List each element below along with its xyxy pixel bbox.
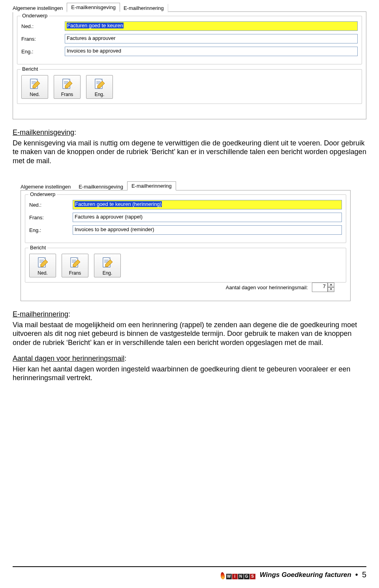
group-onderwerp: Onderwerp Ned.: Facturen goed te keuren … (25, 194, 346, 243)
input-onderwerp-eng[interactable]: Invoices to be approved (65, 47, 358, 56)
body-email-kennisgeving: De kennisgeving via mail is nuttig om de… (13, 139, 366, 166)
bericht-button-frans-label: Frans (69, 270, 81, 276)
heading-aantal-dagen: Aantal dagen voor herinneringsmail (13, 354, 124, 362)
tab-algemene-instellingen[interactable]: Algemene instellingen (17, 183, 75, 191)
bericht-button-ned[interactable]: Ned. (21, 75, 48, 99)
edit-document-icon (101, 256, 114, 269)
spin-up-icon[interactable]: ▲ (328, 283, 334, 287)
screenshot-email-kennisgeving: Algemene instellingen E-mailkennisgeving… (13, 2, 366, 119)
bericht-button-eng[interactable]: Eng. (86, 75, 113, 99)
screenshot-email-herinnering: Algemene instellingen E-mailkennisgeving… (21, 181, 351, 301)
heading-email-herinnering: E-mailherinnering (13, 310, 68, 318)
label-ned: Ned.: (21, 23, 65, 29)
group-title-bericht: Bericht (21, 66, 39, 72)
body-email-herinnering: Via mail bestaat de mogelijkheid om een … (13, 320, 366, 347)
tab-panel: Onderwerp Ned.: Facturen goed te keuren … (13, 11, 366, 119)
tab-panel: Onderwerp Ned.: Facturen goed te keuren … (21, 190, 351, 301)
paragraph-email-kennisgeving: E-mailkennisgeving: De kennisgeving via … (13, 128, 366, 165)
group-onderwerp: Onderwerp Ned.: Facturen goed te keuren … (17, 16, 362, 64)
tab-email-herinnering[interactable]: E-mailherinnering (120, 4, 168, 12)
edit-document-icon (68, 256, 82, 269)
input-onderwerp-frans[interactable]: Factures à approuver (65, 34, 358, 43)
input-onderwerp-ned[interactable]: Facturen goed te keuren (herinnering) (73, 200, 342, 209)
tab-email-herinnering[interactable]: E-mailherinnering (127, 181, 176, 190)
input-onderwerp-frans[interactable]: Factures à approuver (rappel) (73, 213, 342, 222)
bericht-button-ned-label: Ned. (38, 270, 47, 276)
group-title-onderwerp: Onderwerp (28, 191, 57, 197)
input-onderwerp-ned[interactable]: Facturen goed te keuren (65, 21, 358, 31)
footer-page-number: 5 (362, 570, 366, 579)
spin-down-icon[interactable]: ▼ (328, 287, 334, 292)
label-frans: Frans: (29, 215, 73, 220)
reminder-days-row: Aantal dagen voor herinneringsmail: 7 ▲ … (226, 283, 334, 292)
edit-document-icon (60, 77, 74, 90)
bericht-button-frans[interactable]: Frans (54, 75, 81, 99)
edit-document-icon (36, 256, 49, 269)
group-bericht: Bericht Ned. Frans (17, 69, 362, 104)
edit-document-icon (93, 77, 106, 90)
reminder-days-label: Aantal dagen voor herinneringsmail: (226, 285, 308, 290)
label-eng: Eng.: (21, 49, 65, 55)
heading-email-kennisgeving: E-mailkennisgeving (13, 128, 74, 136)
wings-logo: WiNGS (220, 571, 256, 579)
bericht-button-ned[interactable]: Ned. (29, 254, 56, 277)
body-aantal-dagen: Hier kan het aantal dagen worden ingeste… (13, 365, 366, 383)
edit-document-icon (28, 77, 41, 90)
label-frans: Frans: (21, 36, 65, 42)
group-bericht: Bericht Ned. Frans (25, 248, 346, 283)
group-title-bericht: Bericht (28, 245, 47, 251)
footer-bullet: • (355, 570, 358, 579)
group-title-onderwerp: Onderwerp (21, 13, 49, 19)
bericht-button-frans[interactable]: Frans (62, 254, 88, 277)
input-onderwerp-eng[interactable]: Invoices to be approved (reminder) (73, 225, 342, 235)
tabstrip: Algemene instellingen E-mailkennisgeving… (9, 2, 366, 12)
bericht-button-eng-label: Eng. (103, 270, 113, 276)
footer-title: Wings Goedkeuring facturen (260, 571, 351, 579)
tab-algemene-instellingen[interactable]: Algemene instellingen (9, 4, 67, 12)
tabstrip: Algemene instellingen E-mailkennisgeving… (17, 181, 351, 190)
bericht-button-eng[interactable]: Eng. (94, 254, 121, 277)
tab-email-kennisgeving[interactable]: E-mailkennisgeving (75, 183, 128, 191)
paragraph-aantal-dagen: Aantal dagen voor herinneringsmail: Hier… (13, 354, 366, 383)
label-ned: Ned.: (29, 202, 73, 208)
paragraph-email-herinnering: E-mailherinnering: Via mail bestaat de m… (13, 310, 366, 347)
page-footer: WiNGS Wings Goedkeuring facturen • 5 (13, 566, 366, 579)
bericht-button-eng-label: Eng. (95, 92, 105, 97)
bericht-button-frans-label: Frans (61, 92, 73, 97)
reminder-days-input[interactable]: 7 (312, 283, 328, 292)
bericht-button-ned-label: Ned. (30, 92, 39, 97)
tab-email-kennisgeving[interactable]: E-mailkennisgeving (67, 3, 120, 12)
label-eng: Eng.: (29, 227, 73, 233)
flame-icon (220, 571, 225, 579)
